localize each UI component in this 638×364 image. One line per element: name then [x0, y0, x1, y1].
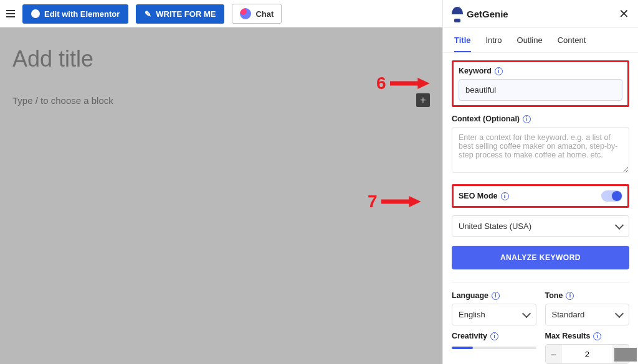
info-icon[interactable]: i — [523, 115, 531, 123]
country-value: United States (USA) — [459, 222, 531, 231]
stepper-minus[interactable]: − — [546, 345, 562, 363]
info-icon[interactable]: i — [566, 292, 574, 300]
tab-content[interactable]: Content — [558, 35, 586, 52]
close-button[interactable]: ✕ — [619, 6, 629, 21]
bottom-right-handle — [614, 348, 637, 362]
stepper-value: 2 — [562, 350, 613, 359]
info-icon[interactable]: i — [593, 332, 601, 340]
edit-elementor-label: Edit with Elementor — [44, 9, 120, 19]
language-value: English — [459, 310, 485, 319]
keyword-highlight-box: Keyword i — [452, 60, 629, 107]
country-select[interactable]: United States (USA) — [452, 215, 629, 237]
write-for-me-button[interactable]: ✎ WRITE FOR ME — [136, 4, 224, 24]
write-for-me-label: WRITE FOR ME — [156, 9, 216, 19]
body-placeholder[interactable]: Type / to choose a block — [12, 95, 416, 106]
tab-intro[interactable]: Intro — [486, 35, 502, 52]
post-title-input[interactable] — [12, 46, 430, 72]
keyword-input[interactable] — [459, 79, 622, 101]
chat-icon — [240, 8, 251, 19]
context-input[interactable] — [452, 127, 629, 173]
info-icon[interactable]: i — [490, 332, 498, 340]
panel-form: Keyword i Context (Optional) i SEO Mode … — [443, 53, 638, 364]
elementor-icon — [31, 9, 40, 18]
creativity-slider[interactable] — [452, 347, 536, 349]
seo-mode-label: SEO Mode i — [459, 192, 509, 200]
callout-6: 6 — [376, 73, 430, 93]
callout-6-number: 6 — [376, 73, 386, 93]
add-block-button[interactable]: + — [416, 93, 430, 107]
genie-lamp-icon — [452, 7, 463, 21]
brand-text: GetGenie — [467, 9, 508, 19]
analyze-keyword-button[interactable]: ANALYZE KEYWORD — [452, 246, 629, 269]
chat-label: Chat — [255, 9, 274, 19]
tone-value: Standard — [552, 310, 585, 319]
info-icon[interactable]: i — [495, 67, 503, 75]
arrow-icon — [381, 196, 421, 207]
chevron-down-icon — [615, 220, 624, 229]
context-label: Context (Optional) i — [452, 114, 629, 123]
arrow-icon — [390, 78, 430, 89]
creativity-label: Creativity i — [452, 332, 536, 340]
panel-tabs: Title Intro Outline Content — [443, 28, 638, 53]
callout-7-number: 7 — [368, 192, 378, 212]
seo-mode-toggle[interactable] — [601, 190, 622, 202]
tab-title[interactable]: Title — [454, 35, 471, 52]
max-results-label: Max Results i — [545, 332, 630, 340]
language-select[interactable]: English — [452, 304, 536, 325]
callout-7: 7 — [368, 192, 421, 212]
menu-icon[interactable] — [6, 10, 15, 17]
tab-outline[interactable]: Outline — [517, 35, 543, 52]
chevron-down-icon — [521, 309, 530, 317]
chat-button[interactable]: Chat — [232, 4, 282, 24]
keyword-label: Keyword i — [459, 67, 622, 75]
tone-select[interactable]: Standard — [545, 304, 630, 325]
divider — [452, 282, 629, 282]
edit-elementor-button[interactable]: Edit with Elementor — [22, 4, 128, 24]
tone-label: Tone i — [545, 291, 630, 300]
brand: GetGenie — [452, 7, 508, 21]
seo-highlight-box: SEO Mode i — [452, 184, 629, 208]
panel-header: GetGenie ✕ — [443, 0, 638, 28]
getgenie-panel: GetGenie ✕ Title Intro Outline Content K… — [442, 0, 638, 364]
pen-icon: ✎ — [145, 9, 151, 19]
chevron-down-icon — [615, 309, 624, 317]
info-icon[interactable]: i — [492, 292, 500, 300]
info-icon[interactable]: i — [501, 192, 509, 200]
language-label: Language i — [452, 291, 536, 300]
